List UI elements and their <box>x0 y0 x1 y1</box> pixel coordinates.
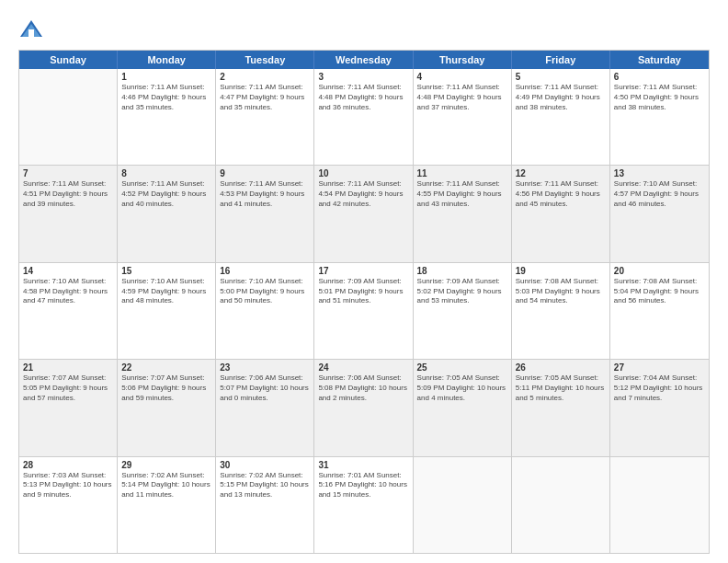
cal-cell-2-1: 7Sunrise: 7:11 AM Sunset: 4:51 PM Daylig… <box>19 166 118 261</box>
day-number: 11 <box>417 168 507 178</box>
cal-cell-5-5 <box>414 457 512 553</box>
day-info: Sunrise: 7:11 AM Sunset: 4:55 PM Dayligh… <box>417 179 507 209</box>
logo-icon <box>18 17 44 42</box>
cal-cell-4-3: 23Sunrise: 7:06 AM Sunset: 5:07 PM Dayli… <box>216 360 314 455</box>
cal-cell-1-7: 6Sunrise: 7:11 AM Sunset: 4:50 PM Daylig… <box>610 69 709 165</box>
day-info: Sunrise: 7:09 AM Sunset: 5:01 PM Dayligh… <box>318 277 408 306</box>
calendar-header: SundayMondayTuesdayWednesdayThursdayFrid… <box>19 51 709 69</box>
day-info: Sunrise: 7:03 AM Sunset: 5:13 PM Dayligh… <box>23 471 113 500</box>
page: SundayMondayTuesdayWednesdayThursdayFrid… <box>0 0 728 563</box>
calendar: SundayMondayTuesdayWednesdayThursdayFrid… <box>18 50 710 554</box>
day-info: Sunrise: 7:05 AM Sunset: 5:11 PM Dayligh… <box>516 373 606 403</box>
cal-cell-5-4: 31Sunrise: 7:01 AM Sunset: 5:16 PM Dayli… <box>314 457 413 553</box>
day-number: 15 <box>121 266 211 276</box>
cal-cell-5-6 <box>512 457 610 553</box>
day-number: 3 <box>318 72 408 82</box>
cal-cell-3-6: 19Sunrise: 7:08 AM Sunset: 5:03 PM Dayli… <box>512 263 610 359</box>
day-info: Sunrise: 7:02 AM Sunset: 5:15 PM Dayligh… <box>220 471 310 500</box>
day-info: Sunrise: 7:10 AM Sunset: 4:57 PM Dayligh… <box>614 179 705 209</box>
weekday-header-sunday: Sunday <box>19 51 118 69</box>
svg-rect-2 <box>28 29 34 37</box>
cal-cell-2-2: 8Sunrise: 7:11 AM Sunset: 4:52 PM Daylig… <box>118 166 216 261</box>
weekday-header-thursday: Thursday <box>414 51 512 69</box>
cal-cell-3-1: 14Sunrise: 7:10 AM Sunset: 4:58 PM Dayli… <box>19 263 118 359</box>
cal-cell-4-5: 25Sunrise: 7:05 AM Sunset: 5:09 PM Dayli… <box>414 360 512 455</box>
cal-cell-2-7: 13Sunrise: 7:10 AM Sunset: 4:57 PM Dayli… <box>610 166 709 261</box>
day-number: 23 <box>220 362 310 373</box>
day-info: Sunrise: 7:11 AM Sunset: 4:49 PM Dayligh… <box>516 83 606 112</box>
day-number: 30 <box>220 460 310 470</box>
weekday-header-monday: Monday <box>118 51 216 69</box>
day-info: Sunrise: 7:07 AM Sunset: 5:06 PM Dayligh… <box>121 373 211 403</box>
day-info: Sunrise: 7:04 AM Sunset: 5:12 PM Dayligh… <box>614 373 705 403</box>
cal-cell-5-1: 28Sunrise: 7:03 AM Sunset: 5:13 PM Dayli… <box>19 457 118 553</box>
day-number: 22 <box>121 362 211 373</box>
day-number: 27 <box>614 362 705 373</box>
day-info: Sunrise: 7:05 AM Sunset: 5:09 PM Dayligh… <box>417 373 507 403</box>
day-info: Sunrise: 7:01 AM Sunset: 5:16 PM Dayligh… <box>318 471 408 500</box>
day-number: 21 <box>23 362 113 373</box>
cal-cell-1-6: 5Sunrise: 7:11 AM Sunset: 4:49 PM Daylig… <box>512 69 610 165</box>
day-number: 6 <box>614 72 705 82</box>
logo <box>18 17 48 42</box>
day-number: 1 <box>121 72 211 82</box>
cal-cell-5-3: 30Sunrise: 7:02 AM Sunset: 5:15 PM Dayli… <box>216 457 314 553</box>
day-info: Sunrise: 7:08 AM Sunset: 5:03 PM Dayligh… <box>516 277 606 306</box>
cal-cell-1-1 <box>19 69 118 165</box>
day-number: 24 <box>318 362 408 373</box>
cal-cell-5-7 <box>610 457 709 553</box>
weekday-header-tuesday: Tuesday <box>216 51 314 69</box>
day-info: Sunrise: 7:11 AM Sunset: 4:48 PM Dayligh… <box>318 83 408 112</box>
day-number: 28 <box>23 460 113 470</box>
day-info: Sunrise: 7:06 AM Sunset: 5:07 PM Dayligh… <box>220 373 310 403</box>
cal-cell-5-2: 29Sunrise: 7:02 AM Sunset: 5:14 PM Dayli… <box>118 457 216 553</box>
day-number: 26 <box>516 362 606 373</box>
day-info: Sunrise: 7:09 AM Sunset: 5:02 PM Dayligh… <box>417 277 507 306</box>
day-number: 9 <box>220 168 310 178</box>
day-number: 12 <box>516 168 606 178</box>
day-info: Sunrise: 7:10 AM Sunset: 4:59 PM Dayligh… <box>121 277 211 306</box>
day-number: 20 <box>614 266 705 276</box>
cal-cell-3-5: 18Sunrise: 7:09 AM Sunset: 5:02 PM Dayli… <box>414 263 512 359</box>
calendar-row-3: 14Sunrise: 7:10 AM Sunset: 4:58 PM Dayli… <box>19 263 709 360</box>
cal-cell-4-7: 27Sunrise: 7:04 AM Sunset: 5:12 PM Dayli… <box>610 360 709 455</box>
weekday-header-friday: Friday <box>512 51 610 69</box>
day-number: 18 <box>417 266 507 276</box>
day-info: Sunrise: 7:11 AM Sunset: 4:56 PM Dayligh… <box>516 179 606 209</box>
day-info: Sunrise: 7:07 AM Sunset: 5:05 PM Dayligh… <box>23 373 113 403</box>
calendar-row-1: 1Sunrise: 7:11 AM Sunset: 4:46 PM Daylig… <box>19 69 709 166</box>
day-number: 2 <box>220 72 310 82</box>
cal-cell-1-3: 2Sunrise: 7:11 AM Sunset: 4:47 PM Daylig… <box>216 69 314 165</box>
day-number: 31 <box>318 460 408 470</box>
day-number: 8 <box>121 168 211 178</box>
cal-cell-4-1: 21Sunrise: 7:07 AM Sunset: 5:05 PM Dayli… <box>19 360 118 455</box>
day-info: Sunrise: 7:11 AM Sunset: 4:52 PM Dayligh… <box>121 179 211 209</box>
day-number: 13 <box>614 168 705 178</box>
cal-cell-2-4: 10Sunrise: 7:11 AM Sunset: 4:54 PM Dayli… <box>314 166 413 261</box>
cal-cell-4-6: 26Sunrise: 7:05 AM Sunset: 5:11 PM Dayli… <box>512 360 610 455</box>
day-number: 10 <box>318 168 408 178</box>
cal-cell-2-5: 11Sunrise: 7:11 AM Sunset: 4:55 PM Dayli… <box>414 166 512 261</box>
calendar-row-4: 21Sunrise: 7:07 AM Sunset: 5:05 PM Dayli… <box>19 360 709 456</box>
day-number: 29 <box>121 460 211 470</box>
calendar-body: 1Sunrise: 7:11 AM Sunset: 4:46 PM Daylig… <box>19 69 709 553</box>
day-info: Sunrise: 7:11 AM Sunset: 4:53 PM Dayligh… <box>220 179 310 209</box>
day-number: 25 <box>417 362 507 373</box>
cal-cell-1-5: 4Sunrise: 7:11 AM Sunset: 4:48 PM Daylig… <box>414 69 512 165</box>
day-info: Sunrise: 7:11 AM Sunset: 4:46 PM Dayligh… <box>121 83 211 112</box>
cal-cell-1-4: 3Sunrise: 7:11 AM Sunset: 4:48 PM Daylig… <box>314 69 413 165</box>
weekday-header-wednesday: Wednesday <box>314 51 413 69</box>
day-info: Sunrise: 7:11 AM Sunset: 4:51 PM Dayligh… <box>23 179 113 209</box>
cal-cell-3-3: 16Sunrise: 7:10 AM Sunset: 5:00 PM Dayli… <box>216 263 314 359</box>
weekday-header-saturday: Saturday <box>610 51 709 69</box>
day-number: 7 <box>23 168 113 178</box>
day-info: Sunrise: 7:11 AM Sunset: 4:48 PM Dayligh… <box>417 83 507 112</box>
calendar-row-5: 28Sunrise: 7:03 AM Sunset: 5:13 PM Dayli… <box>19 457 709 553</box>
day-number: 16 <box>220 266 310 276</box>
header <box>18 17 710 42</box>
cal-cell-3-4: 17Sunrise: 7:09 AM Sunset: 5:01 PM Dayli… <box>314 263 413 359</box>
cal-cell-4-2: 22Sunrise: 7:07 AM Sunset: 5:06 PM Dayli… <box>118 360 216 455</box>
calendar-row-2: 7Sunrise: 7:11 AM Sunset: 4:51 PM Daylig… <box>19 166 709 262</box>
day-info: Sunrise: 7:10 AM Sunset: 5:00 PM Dayligh… <box>220 277 310 306</box>
cal-cell-2-6: 12Sunrise: 7:11 AM Sunset: 4:56 PM Dayli… <box>512 166 610 261</box>
